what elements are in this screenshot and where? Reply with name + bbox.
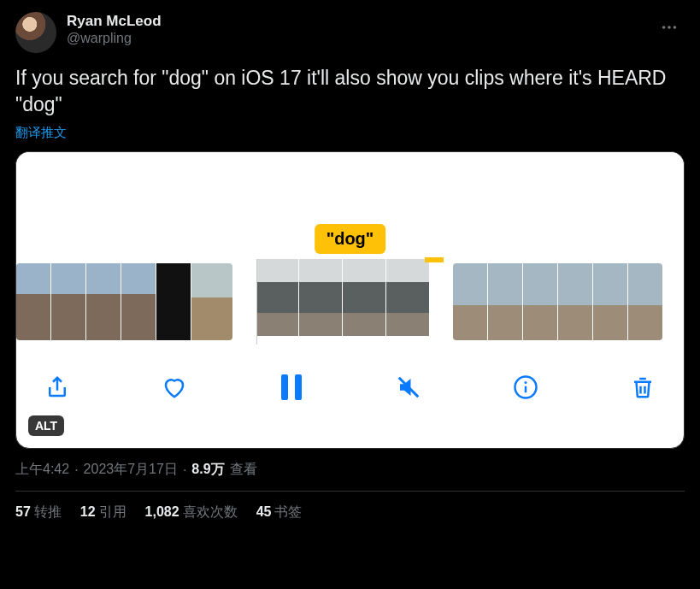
tweet-stats: 57转推 12引用 1,082喜欢次数 45书签 [15,492,685,521]
clip-frame [488,263,522,340]
svg-point-1 [668,26,671,29]
clip-group[interactable] [16,263,232,340]
share-icon [44,374,70,400]
share-button[interactable] [40,370,74,404]
playhead[interactable] [251,259,255,345]
stat-count: 45 [256,504,272,519]
separator-dot: · [183,462,186,478]
stat-label: 引用 [99,504,126,519]
stat-retweets[interactable]: 57转推 [15,504,62,521]
tweet-header: Ryan McLeod @warpling [15,12,685,53]
svg-point-6 [525,381,527,384]
tweet-meta: 上午4:42 · 2023年7月17日 · 8.9万 查看 [15,461,685,479]
stat-count: 1,082 [145,504,179,519]
media-top: "dog" [16,152,684,259]
clip-frame [523,263,557,340]
tweet-text: If you search for "dog" on iOS 17 it'll … [15,65,685,118]
pause-icon [281,374,302,400]
views-label[interactable]: 查看 [230,461,257,479]
trash-icon [630,374,656,400]
mute-button[interactable] [391,370,426,404]
info-icon [513,374,538,400]
timeline-marker [425,257,444,262]
heart-icon [162,374,187,400]
avatar[interactable] [15,12,56,53]
mute-icon [396,374,421,400]
clip-frame [343,259,385,336]
clip-frame [86,263,121,340]
like-button[interactable] [157,370,191,404]
tweet-date[interactable]: 2023年7月17日 [84,461,178,479]
stat-count: 12 [80,504,96,519]
media-toolbar [16,345,684,418]
stat-label: 喜欢次数 [183,504,238,519]
stat-count: 57 [15,504,31,519]
alt-badge[interactable]: ALT [28,415,64,436]
clip-frame [256,259,298,336]
clip-frame [628,263,662,340]
stat-likes[interactable]: 1,082喜欢次数 [145,504,238,521]
clip-frame [191,263,232,340]
clip-frame [593,263,627,340]
author-names[interactable]: Ryan McLeod @warpling [67,12,162,47]
display-name: Ryan McLeod [67,12,162,30]
clip-frame [121,263,156,340]
tweet-time[interactable]: 上午4:42 [15,461,69,479]
handle: @warpling [67,30,162,47]
svg-point-2 [674,26,677,29]
separator-dot: · [74,462,78,478]
views-count: 8.9万 [191,461,224,479]
clip-frame [51,263,85,340]
search-highlight-label: "dog" [315,224,386,254]
pause-button[interactable] [274,370,309,404]
clip-frame [453,263,487,340]
more-button[interactable] [654,12,685,43]
delete-button[interactable] [626,370,660,404]
video-filmstrip[interactable] [16,259,684,345]
stat-label: 转推 [34,504,62,519]
stat-label: 书签 [274,504,302,519]
stat-bookmarks[interactable]: 45书签 [256,504,303,521]
clip-group[interactable] [453,263,662,340]
media-card[interactable]: "dog" [15,151,685,449]
stat-quotes[interactable]: 12引用 [80,504,126,521]
more-icon [660,18,679,37]
clip-frame [386,259,429,336]
clip-frame [558,263,592,340]
svg-point-0 [662,26,666,29]
clip-frame [156,263,191,340]
translate-link[interactable]: 翻译推文 [15,125,67,141]
clip-group[interactable] [251,259,429,345]
info-button[interactable] [509,370,543,404]
clip-frame [16,263,50,340]
tweet-container: Ryan McLeod @warpling If you search for … [0,0,700,521]
clip-frame [299,259,342,336]
